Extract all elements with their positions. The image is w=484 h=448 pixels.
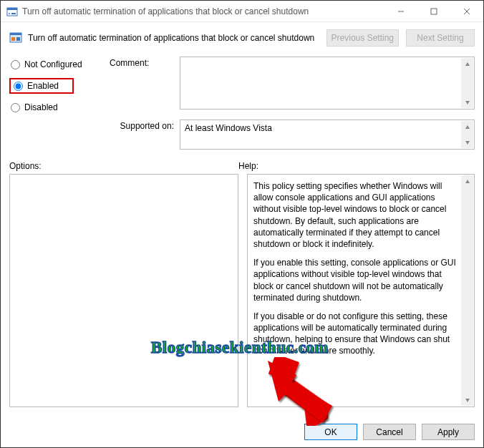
supported-on-field: At least Windows Vista [180, 120, 475, 150]
radio-enabled-input[interactable] [14, 82, 23, 91]
radio-not-configured[interactable]: Not Configured [9, 57, 110, 72]
radio-disabled-label: Disabled [24, 102, 58, 112]
cancel-button[interactable]: Cancel [363, 424, 416, 440]
options-label: Options: [9, 161, 238, 171]
option-help-panes: This policy setting specifies whether Wi… [1, 174, 483, 407]
comment-field[interactable] [180, 57, 475, 109]
svg-marker-12 [465, 62, 470, 66]
svg-rect-5 [431, 9, 437, 14]
policy-window-icon [6, 6, 18, 17]
supported-on-label: Supported on: [110, 120, 174, 150]
radio-enabled-highlight: Enabled [9, 78, 74, 94]
ok-button[interactable]: OK [304, 424, 357, 440]
dialog-button-row: OK Cancel Apply [304, 424, 475, 440]
scroll-down-icon[interactable] [461, 96, 473, 108]
radio-not-configured-label: Not Configured [24, 59, 82, 69]
settings-area: Not Configured Enabled Disabled Comment:… [1, 51, 483, 158]
radio-not-configured-input[interactable] [11, 60, 20, 69]
option-help-labels: Options: Help: [1, 158, 483, 174]
help-scrollbar[interactable] [461, 175, 473, 406]
apply-button[interactable]: Apply [422, 424, 475, 440]
supported-scrollbar[interactable] [461, 121, 473, 148]
scroll-up-icon[interactable] [461, 58, 473, 70]
radio-enabled[interactable]: Enabled [12, 81, 71, 91]
comment-supported-grid: Comment: Supported on: At least Windows … [110, 57, 475, 150]
svg-marker-16 [465, 180, 470, 183]
radio-disabled-input[interactable] [11, 103, 20, 112]
svg-marker-15 [465, 141, 470, 145]
scroll-up-icon[interactable] [461, 121, 473, 133]
previous-setting-button[interactable]: Previous Setting [326, 29, 399, 47]
policy-icon [9, 31, 22, 44]
options-pane [9, 174, 238, 407]
svg-rect-3 [11, 13, 16, 14]
window-controls [384, 1, 483, 21]
titlebar: Turn off automatic termination of applic… [1, 1, 483, 22]
policy-header: Turn off automatic termination of applic… [1, 22, 483, 51]
supported-on-value: At least Windows Vista [185, 123, 272, 133]
minimize-button[interactable] [384, 1, 417, 21]
next-setting-button[interactable]: Next Setting [406, 29, 475, 47]
svg-rect-10 [11, 37, 15, 41]
scroll-up-icon[interactable] [461, 175, 473, 188]
svg-marker-14 [465, 125, 470, 129]
policy-title: Turn off automatic termination of applic… [28, 33, 319, 43]
scroll-down-icon[interactable] [461, 136, 473, 148]
maximize-button[interactable] [417, 1, 450, 21]
window-title: Turn off automatic termination of applic… [22, 6, 384, 16]
comment-scrollbar[interactable] [461, 58, 473, 108]
comment-label: Comment: [110, 57, 174, 109]
help-pane: This policy setting specifies whether Wi… [247, 174, 475, 407]
svg-rect-9 [10, 33, 21, 35]
radio-enabled-label: Enabled [27, 81, 59, 91]
close-button[interactable] [450, 1, 483, 21]
svg-marker-13 [465, 101, 470, 104]
svg-marker-17 [465, 399, 470, 402]
help-paragraph-1: This policy setting specifies whether Wi… [253, 180, 457, 250]
svg-rect-1 [7, 8, 17, 10]
svg-rect-11 [16, 37, 20, 41]
scroll-down-icon[interactable] [461, 394, 473, 406]
state-radio-group: Not Configured Enabled Disabled [9, 57, 110, 150]
help-label: Help: [238, 161, 258, 171]
svg-point-2 [9, 13, 10, 14]
radio-disabled[interactable]: Disabled [9, 99, 110, 115]
help-paragraph-2: If you enable this setting, console appl… [253, 257, 457, 303]
help-paragraph-3: If you disable or do not configure this … [253, 311, 457, 357]
